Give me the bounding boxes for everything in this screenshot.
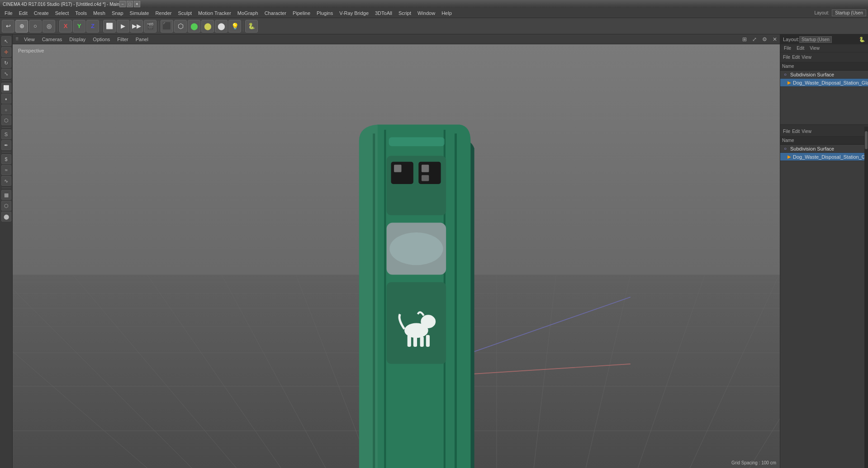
tool-z[interactable]: Z [86, 20, 99, 33]
mode-vertex[interactable]: ◎ [43, 20, 55, 33]
subdivision-icon: ○ [782, 71, 788, 78]
menu-sculpt[interactable]: Sculpt [175, 9, 194, 17]
manager-tab-view[interactable]: View [808, 45, 821, 51]
viewport-menu-options[interactable]: Options [91, 36, 112, 43]
menu-motion-tracker[interactable]: Motion Tracker [195, 9, 234, 17]
magnet-tool[interactable]: $ [1, 154, 11, 164]
python-icon[interactable]: 🐍 [245, 20, 258, 33]
right-scroll-thumb[interactable] [865, 131, 868, 149]
tree-tab-view[interactable]: View [802, 55, 811, 60]
mode-model[interactable]: ⊕ [15, 20, 28, 33]
render-all[interactable]: ▶▶ [130, 20, 143, 33]
maximize-button[interactable]: □ [127, 1, 133, 7]
tree2-tab-view[interactable]: View [802, 129, 811, 134]
layer-tool[interactable]: ▦ [1, 190, 11, 200]
python-btn-right[interactable]: 🐍 [859, 37, 865, 43]
menu-pipeline[interactable]: Pipeline [290, 9, 313, 17]
add-cylinder[interactable]: ⬤ [188, 20, 200, 33]
left-tools: ↖ ✛ ↻ ⤡ ⬜ ⬧ ⬦ ⬡ S ✒ $ ≈ ∿ ▦ ⬡ ⬤ [0, 34, 13, 468]
tree2-tab-edit[interactable]: Edit [792, 129, 800, 134]
render-preview[interactable]: 🎬 [144, 20, 157, 33]
tool-x[interactable]: X [59, 20, 72, 33]
menu-plugins[interactable]: Plugins [314, 9, 336, 17]
menu-select[interactable]: Select [52, 9, 72, 17]
manager-tab-file[interactable]: File [782, 45, 793, 51]
motion-tool[interactable]: ⬤ [1, 212, 11, 222]
menu-tools[interactable]: Tools [72, 9, 90, 17]
minimize-button[interactable]: − [119, 1, 126, 7]
scale-tool[interactable]: ⤡ [1, 69, 11, 79]
svg-rect-37 [422, 165, 429, 172]
menu-snap[interactable]: Snap [109, 9, 126, 17]
menu-window[interactable]: Window [415, 9, 438, 17]
viewport-fullscreen-icon[interactable]: ⤢ [752, 36, 757, 43]
svg-rect-46 [420, 336, 424, 347]
menu-3dtoall[interactable]: 3DToAll [372, 9, 395, 17]
right-panel-title: Layout: [783, 37, 799, 42]
add-deformer[interactable]: ⬤ [215, 20, 228, 33]
menu-create[interactable]: Create [31, 9, 52, 17]
menu-vray[interactable]: V-Ray Bridge [337, 9, 371, 17]
manager-tab-edit[interactable]: Edit [795, 45, 806, 51]
viewport-menu-cameras[interactable]: Cameras [40, 36, 64, 43]
viewport-drag-handle[interactable]: ⠿ [15, 37, 19, 42]
rotate-tool[interactable]: ↻ [1, 58, 11, 68]
viewport-menu-panel[interactable]: Panel [134, 36, 150, 43]
undo-button[interactable]: ↩ [2, 20, 14, 33]
menu-help[interactable]: Help [439, 9, 455, 17]
menu-file[interactable]: File [2, 9, 15, 17]
add-light[interactable]: 💡 [228, 20, 241, 33]
bake-tool[interactable]: ⬡ [1, 201, 11, 211]
grid-spacing-label: Grid Spacing : 100 cm [731, 460, 776, 465]
pen-tool[interactable]: ✒ [1, 140, 11, 150]
viewport[interactable]: Y X Perspective Grid Spacing : 100 cm [13, 44, 780, 468]
titlebar-title: CINEMA 4D R17.016 Studio (R17) - [Untitl… [3, 2, 119, 7]
hair-tool[interactable]: ∿ [1, 176, 11, 186]
add-sphere[interactable]: ⬡ [174, 20, 187, 33]
viewport-menu-filter[interactable]: Filter [115, 36, 130, 43]
tool-sep-2 [2, 127, 11, 128]
viewport-menu-display[interactable]: Display [67, 36, 87, 43]
tree2-dog-icon: ▶ [787, 154, 791, 160]
titlebar-controls: − □ ✕ [119, 1, 140, 7]
close-button[interactable]: ✕ [134, 1, 140, 7]
menu-render[interactable]: Render [152, 9, 174, 17]
titlebar: CINEMA 4D R17.016 Studio (R17) - [Untitl… [0, 0, 868, 8]
add-spline[interactable]: ⬤ [201, 20, 214, 33]
menu-script[interactable]: Script [396, 9, 414, 17]
viewport-settings-icon[interactable]: ⚙ [762, 36, 767, 43]
tree-row-subdivision[interactable]: ○ Subdivision Surface [780, 71, 868, 79]
layout-dropdown[interactable]: Startup (Usen [832, 9, 866, 16]
spline-tool[interactable]: S [1, 129, 11, 139]
tree-row-dog-waste[interactable]: ▶ Dog_Waste_Disposal_Station_Gla [780, 79, 868, 87]
sculpt-tool[interactable]: ≈ [1, 165, 11, 175]
add-cube[interactable]: ⬛ [161, 20, 173, 33]
viewport-close-icon[interactable]: ✕ [773, 36, 777, 43]
poly-tool[interactable]: ⬜ [1, 83, 11, 93]
tree-tab-file[interactable]: File [783, 55, 790, 60]
dog-waste-label: Dog_Waste_Disposal_Station_Gla [793, 80, 868, 85]
right-scrollbar[interactable] [864, 127, 868, 468]
knife-tool[interactable]: ⬧ [1, 94, 11, 104]
viewport-menu-view[interactable]: View [22, 36, 37, 43]
extrude-tool[interactable]: ⬡ [1, 115, 11, 125]
tree2-tab-file[interactable]: File [783, 129, 790, 134]
menu-mesh[interactable]: Mesh [90, 9, 108, 17]
menu-character[interactable]: Character [262, 9, 289, 17]
tool-y[interactable]: Y [73, 20, 85, 33]
tree2-row-subdivision[interactable]: ○ Subdivision Surface [780, 145, 864, 153]
render-region[interactable]: ⬜ [103, 20, 116, 33]
tree-tab-edit[interactable]: Edit [792, 55, 800, 60]
menu-mograph[interactable]: MoGraph [235, 9, 261, 17]
bridge-tool[interactable]: ⬦ [1, 104, 11, 114]
viewport-topbar: ⠿ View Cameras Display Options Filter Pa… [13, 34, 780, 44]
tree2-row-dog[interactable]: ▶ Dog_Waste_Disposal_Station_Gla [780, 153, 864, 161]
viewport-layout-icon[interactable]: ⊞ [742, 36, 747, 43]
menu-simulate[interactable]: Simulate [127, 9, 152, 17]
right-layout-dropdown[interactable]: Startup (Usen [799, 36, 832, 43]
select-tool[interactable]: ↖ [1, 36, 11, 46]
mode-texture[interactable]: ○ [29, 20, 42, 33]
render-active[interactable]: ▶ [117, 20, 129, 33]
menu-edit[interactable]: Edit [16, 9, 30, 17]
move-tool[interactable]: ✛ [1, 47, 11, 57]
